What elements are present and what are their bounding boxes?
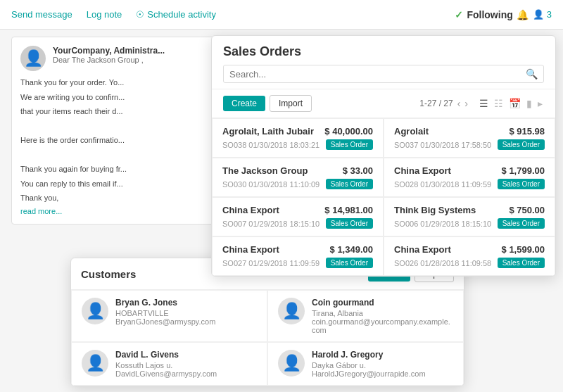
order-amount: $ 915.98 [509, 126, 545, 137]
order-ref: SO028 01/30/2018 11:09:59 [394, 180, 491, 189]
order-bottom: SO007 01/29/2018 18:15:10 Sales Order [222, 218, 373, 229]
view-icons: ☰ ☷ 📅 ▮ ▸ [478, 97, 544, 110]
customer-info: Bryan G. Jones HOBARTVILLE BryanGJones@a… [115, 298, 257, 326]
order-company: Agrolait [394, 126, 429, 137]
order-ref: SO037 01/30/2018 17:58:50 [394, 141, 491, 149]
order-company: Agrolait, Laith Jubair [222, 126, 314, 137]
customer-card[interactable]: 👤 David L. Givens Kossuth Lajos u. David… [71, 342, 267, 386]
person-icon: 👤 [282, 302, 301, 320]
customer-card[interactable]: 👤 Harold J. Gregory Dayka Gábor u. Harol… [267, 342, 464, 386]
import-button[interactable]: Import [270, 95, 312, 112]
customers-grid: 👤 Bryan G. Jones HOBARTVILLE BryanGJones… [71, 290, 464, 386]
calendar-view-icon[interactable]: 📅 [507, 97, 522, 110]
order-company: China Export [394, 244, 451, 255]
clock-icon: ☉ [136, 9, 144, 20]
order-ref: SO030 01/30/2018 11:10:09 [222, 180, 320, 189]
sales-order-badge: Sales Order [326, 179, 373, 189]
prev-page-button[interactable]: ‹ [457, 98, 461, 109]
customer-avatar: 👤 [82, 298, 108, 324]
customer-card[interactable]: 👤 Coin gourmand Tirana, Albania coin.gou… [267, 290, 464, 342]
order-ref: SO038 01/30/2018 18:03:21 [222, 141, 320, 149]
order-company: China Export [394, 165, 451, 176]
customer-email: DavidLGivens@armyspy.com [115, 369, 257, 378]
order-bottom: SO028 01/30/2018 11:09:59 Sales Order [394, 179, 545, 189]
customer-city: Kossuth Lajos u. [115, 361, 257, 369]
search-box[interactable]: 🔍 [223, 65, 544, 83]
order-top: China Export $ 1,599.00 [394, 244, 545, 255]
sales-order-badge: Sales Order [326, 139, 373, 150]
order-card[interactable]: Think Big Systems $ 750.00 SO006 01/29/2… [384, 197, 555, 236]
create-button[interactable]: Create [223, 96, 265, 111]
customer-avatar: 👤 [82, 350, 108, 377]
order-ref: SO007 01/29/2018 18:15:10 [222, 220, 320, 228]
order-top: China Export $ 1,799.00 [394, 165, 545, 176]
sales-order-badge: Sales Order [498, 139, 545, 150]
user-icon: 👤 [24, 49, 43, 68]
order-top: Agrolait $ 915.98 [394, 126, 545, 137]
next-page-button[interactable]: › [464, 98, 468, 109]
order-company: Think Big Systems [394, 205, 476, 215]
pagination-info: 1-27 / 27 ‹ › ☰ ☷ 📅 ▮ ▸ [419, 97, 544, 110]
sales-order-badge: Sales Order [498, 179, 545, 189]
order-top: Think Big Systems $ 750.00 [394, 205, 545, 215]
order-card[interactable]: The Jackson Group $ 33.00 SO030 01/30/20… [212, 158, 384, 197]
order-amount: $ 750.00 [509, 205, 545, 215]
bar-view-icon[interactable]: ▸ [536, 97, 544, 110]
following-button[interactable]: ✓ Following 🔔 [455, 9, 528, 20]
order-company: China Export [222, 244, 279, 255]
customer-city: HOBARTVILLE [115, 309, 257, 317]
customer-info: Harold J. Gregory Dayka Gábor u. HaroldJ… [312, 350, 453, 378]
order-card[interactable]: China Export $ 14,981.00 SO007 01/29/201… [212, 197, 384, 236]
customer-info: Coin gourmand Tirana, Albania coin.gourm… [312, 298, 453, 334]
order-card[interactable]: China Export $ 1,349.00 SO027 01/29/2018… [212, 236, 384, 276]
customer-city: Dayka Gábor u. [312, 361, 453, 369]
order-company: The Jackson Group [222, 165, 308, 176]
sales-sub-toolbar: Create Import 1-27 / 27 ‹ › ☰ ☷ 📅 ▮ ▸ [212, 89, 555, 118]
send-message-link[interactable]: Send message [11, 9, 72, 20]
order-top: Agrolait, Laith Jubair $ 40,000.00 [222, 126, 373, 137]
list-view-icon[interactable]: ☰ [478, 97, 490, 110]
log-note-link[interactable]: Log note [87, 9, 122, 20]
order-amount: $ 14,981.00 [324, 205, 373, 215]
followers-count[interactable]: 👤 3 [533, 9, 552, 20]
order-amount: $ 33.00 [343, 165, 373, 176]
schedule-activity-link[interactable]: ☉ Schedule activity [136, 9, 216, 20]
customer-avatar: 👤 [278, 350, 305, 377]
sales-order-badge: Sales Order [326, 258, 373, 268]
sales-order-badge: Sales Order [498, 258, 545, 268]
customer-name: Bryan G. Jones [115, 298, 257, 308]
sales-panel-header: Sales Orders 🔍 [212, 36, 555, 89]
order-amount: $ 1,799.00 [502, 165, 545, 176]
order-bottom: SO006 01/29/2018 18:15:10 Sales Order [394, 218, 545, 229]
order-bottom: SO026 01/28/2018 11:09:58 Sales Order [394, 258, 545, 268]
customer-avatar: 👤 [278, 298, 305, 324]
order-card[interactable]: China Export $ 1,799.00 SO028 01/30/2018… [384, 158, 555, 197]
top-bar: Send message Log note ☉ Schedule activit… [0, 0, 563, 30]
order-ref: SO027 01/29/2018 11:09:59 [222, 259, 320, 267]
customer-email: coin.gourmand@yourcompany.example.com [312, 317, 453, 334]
customer-card[interactable]: 👤 Bryan G. Jones HOBARTVILLE BryanGJones… [71, 290, 267, 342]
order-card[interactable]: Agrolait $ 915.98 SO037 01/30/2018 17:58… [384, 118, 555, 158]
order-amount: $ 1,349.00 [330, 244, 373, 255]
orders-grid: Agrolait, Laith Jubair $ 40,000.00 SO038… [212, 118, 555, 276]
customer-name: Harold J. Gregory [312, 350, 453, 360]
person-icon: 👤 [86, 354, 105, 372]
sales-panel-title: Sales Orders [223, 44, 544, 59]
order-top: China Export $ 14,981.00 [222, 205, 373, 215]
order-card[interactable]: Agrolait, Laith Jubair $ 40,000.00 SO038… [212, 118, 384, 158]
order-bottom: SO038 01/30/2018 18:03:21 Sales Order [222, 139, 373, 150]
order-bottom: SO030 01/30/2018 11:10:09 Sales Order [222, 179, 373, 189]
order-amount: $ 40,000.00 [324, 126, 373, 137]
chart-view-icon[interactable]: ▮ [525, 97, 533, 110]
person-icon: 👤 [533, 9, 544, 20]
grid-view-icon[interactable]: ☷ [493, 97, 505, 110]
pagination-text: 1-27 / 27 [419, 99, 453, 108]
search-icon: 🔍 [526, 68, 538, 80]
person-icon: 👤 [282, 354, 301, 372]
search-input[interactable] [229, 69, 523, 80]
order-ref: SO006 01/29/2018 18:15:10 [394, 220, 491, 228]
sales-orders-panel: Sales Orders 🔍 Create Import 1-27 / 27 ‹… [211, 35, 556, 277]
order-card[interactable]: China Export $ 1,599.00 SO026 01/28/2018… [384, 236, 555, 276]
avatar: 👤 [20, 46, 46, 71]
person-icon: 👤 [86, 302, 105, 320]
